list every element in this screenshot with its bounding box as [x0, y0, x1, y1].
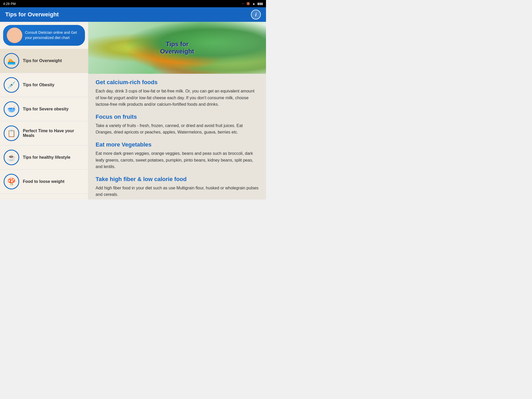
- sidebar-label-overweight: Tips for Overweight: [23, 58, 62, 63]
- status-icons: ··· 🔕 ▲ ▮▮▮: [242, 2, 263, 5]
- content-header-title: Tips for Overweight: [160, 41, 194, 55]
- sidebar-label-lifestyle: Tips for healthy lifestyle: [23, 155, 70, 160]
- info-button[interactable]: i: [251, 10, 261, 19]
- heading-vegetables: Eat more Vegetables: [96, 141, 259, 148]
- text-calcium: Each day, drink 3 cups of low-fat or fat…: [96, 88, 259, 108]
- sidebar-item-severe-obesity[interactable]: 🥣 Tips for Severe obesity: [0, 97, 88, 121]
- text-vegetables: Eat more dark green veggies, orange vegg…: [96, 150, 259, 170]
- content-header-image: Tips for Overweight: [88, 22, 266, 74]
- info-icon: i: [255, 12, 257, 18]
- page-title: Tips for Overweight: [5, 11, 59, 18]
- dots-icon: ···: [242, 2, 244, 5]
- sidebar-item-overweight[interactable]: 🏊 Tips for Overweight: [0, 49, 88, 73]
- battery-icon: ▮▮▮: [257, 2, 263, 5]
- sidebar-label-meal-time: Perfect Time to Have your Meals: [23, 129, 84, 138]
- obesity-icon: 💉: [4, 77, 19, 93]
- consult-banner[interactable]: Consult Dietician online and Get your pe…: [3, 25, 85, 46]
- sidebar-label-food-weight: Food to loose weight: [23, 179, 64, 184]
- sidebar-item-obesity[interactable]: 💉 Tips for Obesity: [0, 73, 88, 97]
- food-weight-icon: 🍄: [4, 174, 19, 189]
- status-time: 4:28 PM: [3, 2, 16, 6]
- sidebar: Consult Dietician online and Get your pe…: [0, 22, 88, 200]
- meal-time-icon: 📋: [4, 125, 19, 141]
- sidebar-label-obesity: Tips for Obesity: [23, 83, 55, 87]
- content-body: Get calcium-rich foods Each day, drink 3…: [88, 74, 266, 200]
- content-area: Tips for Overweight Get calcium-rich foo…: [88, 22, 266, 200]
- text-fiber: Add high fiber food in your diet such as…: [96, 185, 259, 198]
- main-layout: Consult Dietician online and Get your pe…: [0, 22, 266, 200]
- heading-fiber: Take high fiber & low calorie food: [96, 176, 259, 183]
- heading-fruits: Focus on fruits: [96, 114, 259, 120]
- mute-icon: 🔕: [246, 2, 250, 5]
- severe-obesity-icon: 🥣: [4, 101, 19, 117]
- sidebar-label-severe-obesity: Tips for Severe obesity: [23, 107, 69, 111]
- lifestyle-icon: ☕: [4, 150, 19, 165]
- text-fruits: Take a variety of fruits - fresh, frozen…: [96, 122, 259, 136]
- avatar-face: [7, 28, 22, 43]
- status-bar: 4:28 PM ··· 🔕 ▲ ▮▮▮: [0, 0, 266, 7]
- sidebar-item-food-weight[interactable]: 🍄 Food to loose weight: [0, 170, 88, 194]
- app-header: Tips for Overweight i: [0, 7, 266, 22]
- sidebar-item-meal-time[interactable]: 📋 Perfect Time to Have your Meals: [0, 121, 88, 145]
- avatar: [7, 28, 22, 43]
- heading-calcium: Get calcium-rich foods: [96, 79, 259, 86]
- consult-text: Consult Dietician online and Get your pe…: [25, 30, 81, 40]
- sidebar-item-lifestyle[interactable]: ☕ Tips for healthy lifestyle: [0, 145, 88, 170]
- overweight-icon: 🏊: [4, 53, 19, 69]
- wifi-icon: ▲: [252, 2, 255, 5]
